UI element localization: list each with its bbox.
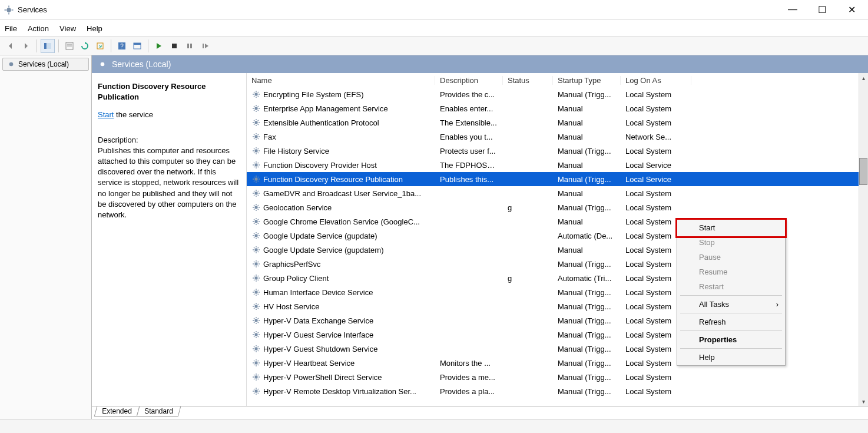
gear-icon xyxy=(251,273,261,283)
service-logon: Network Se... xyxy=(621,133,691,141)
table-row[interactable]: File History ServiceProtects user f...Ma… xyxy=(247,144,868,158)
svg-point-192 xyxy=(254,361,257,364)
scroll-thumb[interactable] xyxy=(859,158,867,185)
export-button[interactable] xyxy=(93,39,107,53)
menu-action[interactable]: Action xyxy=(28,24,49,33)
svg-line-143 xyxy=(254,276,254,276)
table-row[interactable]: GameDVR and Broadcast User Service_1ba..… xyxy=(247,186,868,200)
svg-line-92 xyxy=(258,191,259,191)
view-button[interactable] xyxy=(130,39,144,53)
scrollbar-track[interactable]: ▴ ▾ xyxy=(859,73,868,406)
service-startup: Manual (Trigg... xyxy=(553,147,621,156)
scroll-down-arrow[interactable]: ▾ xyxy=(859,396,868,406)
menu-view[interactable]: View xyxy=(59,24,76,33)
column-name[interactable]: Name xyxy=(247,76,435,85)
svg-rect-16 xyxy=(187,44,189,48)
column-startup[interactable]: Startup Type xyxy=(553,76,621,85)
service-name: Fax xyxy=(263,133,276,141)
table-row[interactable]: FaxEnables you t...ManualNetwork Se... xyxy=(247,130,868,144)
maximize-button[interactable]: ☐ xyxy=(814,4,830,15)
table-row[interactable]: Function Discovery Provider HostThe FDPH… xyxy=(247,158,868,172)
stop-service-button[interactable] xyxy=(167,39,181,53)
pause-service-button[interactable] xyxy=(183,39,197,53)
window-title: Services xyxy=(18,5,784,14)
service-startup: Manual (Trigg... xyxy=(553,330,621,339)
svg-line-62 xyxy=(254,148,254,149)
svg-line-218 xyxy=(258,389,259,389)
svg-line-45 xyxy=(258,124,259,125)
table-row[interactable]: Encrypting File System (EFS)Provides the… xyxy=(247,87,868,101)
properties-button[interactable] xyxy=(62,39,77,53)
svg-line-170 xyxy=(254,318,254,319)
svg-line-55 xyxy=(254,138,254,139)
context-start[interactable]: Start xyxy=(678,220,784,235)
service-startup: Manual (Trigg... xyxy=(553,90,621,99)
svg-line-179 xyxy=(254,332,254,333)
start-service-link[interactable]: Start xyxy=(98,110,114,119)
svg-line-136 xyxy=(254,266,254,266)
table-row[interactable]: Extensible Authentication ProtocolThe Ex… xyxy=(247,115,868,130)
svg-point-102 xyxy=(254,220,257,223)
service-startup: Manual (Trigg... xyxy=(553,175,621,184)
restart-service-button[interactable] xyxy=(198,39,212,53)
start-service-button[interactable] xyxy=(152,39,166,53)
table-row[interactable]: Hyper-V PowerShell Direct ServiceProvide… xyxy=(247,370,868,384)
menu-file[interactable]: File xyxy=(5,24,17,33)
bottom-tabs: Extended Standard xyxy=(92,406,868,419)
help-button[interactable]: ? xyxy=(115,39,129,53)
svg-point-165 xyxy=(254,319,257,322)
context-refresh[interactable]: Refresh xyxy=(678,315,784,329)
svg-line-108 xyxy=(258,223,259,224)
gear-icon xyxy=(6,60,16,69)
close-button[interactable]: ✕ xyxy=(843,4,860,15)
context-properties[interactable]: Properties xyxy=(678,332,784,347)
svg-line-99 xyxy=(258,209,259,210)
svg-line-162 xyxy=(258,308,259,309)
table-row[interactable]: Hyper-V Remote Desktop Virtualization Se… xyxy=(247,384,868,398)
svg-line-216 xyxy=(258,393,259,394)
svg-line-83 xyxy=(258,177,259,177)
context-help[interactable]: Help xyxy=(678,350,784,365)
service-name: Function Discovery Provider Host xyxy=(263,161,377,170)
scroll-up-arrow[interactable]: ▴ xyxy=(859,73,868,82)
svg-line-171 xyxy=(258,322,259,323)
tab-extended[interactable]: Extended xyxy=(94,406,140,417)
table-row[interactable]: Enterprise App Management ServiceEnables… xyxy=(247,101,868,115)
column-status[interactable]: Status xyxy=(503,76,553,85)
service-desc: The FDPHOST ... xyxy=(435,161,503,170)
menu-help[interactable]: Help xyxy=(87,24,102,33)
panel-header: Services (Local) xyxy=(92,55,257,73)
tab-standard[interactable]: Standard xyxy=(136,406,180,417)
gear-icon xyxy=(251,189,261,198)
svg-point-84 xyxy=(254,191,257,194)
service-startup: Manual xyxy=(553,189,621,198)
column-logon[interactable]: Log On As xyxy=(621,76,691,85)
show-hide-tree-button[interactable] xyxy=(41,39,55,53)
svg-line-209 xyxy=(258,375,259,375)
forward-button[interactable] xyxy=(19,39,33,53)
column-description[interactable]: Description xyxy=(435,76,503,85)
service-startup: Manual (Trigg... xyxy=(553,302,621,311)
table-row[interactable]: Geolocation ServicegManual (Trigg...Loca… xyxy=(247,200,868,214)
minimize-button[interactable]: — xyxy=(784,4,801,15)
back-button[interactable] xyxy=(4,39,18,53)
refresh-button[interactable] xyxy=(78,39,92,53)
context-all-tasks[interactable]: All Tasks xyxy=(678,297,784,312)
gear-icon xyxy=(251,203,261,212)
context-restart: Restart xyxy=(678,279,784,294)
service-status: g xyxy=(503,203,553,212)
svg-line-146 xyxy=(258,276,259,276)
service-logon: Local Service xyxy=(621,161,691,170)
tree-node-services-local[interactable]: Services (Local) xyxy=(2,58,89,71)
svg-line-155 xyxy=(258,290,259,290)
svg-point-30 xyxy=(254,107,257,110)
svg-line-135 xyxy=(258,266,259,266)
service-logon: Local System xyxy=(621,373,691,382)
gear-icon xyxy=(251,118,261,127)
start-suffix: the service xyxy=(114,110,153,119)
table-row[interactable]: Function Discovery Resource PublicationP… xyxy=(247,172,868,186)
service-name: Human Interface Device Service xyxy=(263,288,373,297)
svg-point-210 xyxy=(254,389,257,392)
svg-line-126 xyxy=(258,252,259,252)
service-name: Hyper-V Guest Service Interface xyxy=(263,330,373,339)
